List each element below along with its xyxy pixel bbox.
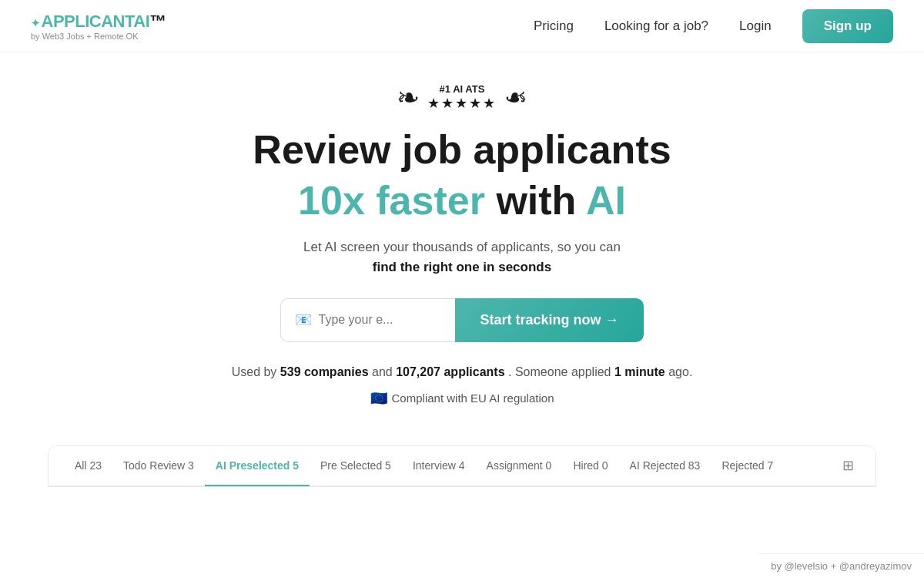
laurel-right-icon: ❧ xyxy=(504,84,527,112)
nav-pricing[interactable]: Pricing xyxy=(534,18,574,34)
badge-content: #1 AI ATS ★★★★★ xyxy=(427,83,497,112)
tab-item-8[interactable]: Rejected 7 xyxy=(711,446,784,486)
hero-sub: Let AI screen your thousands of applican… xyxy=(15,240,909,255)
hero-ai: AI xyxy=(586,178,626,223)
nav-login[interactable]: Login xyxy=(739,18,772,34)
cta-area: 📧 Start tracking now → xyxy=(15,298,909,342)
stats-companies: 539 companies xyxy=(280,365,369,378)
tab-item-0[interactable]: All 23 xyxy=(64,446,112,486)
stats-text: Used by 539 companies and 107,207 applic… xyxy=(15,365,909,379)
badge-rank: #1 AI ATS xyxy=(427,83,497,95)
logo: ✦APPLICANTAI™ by Web3 Jobs + Remote OK xyxy=(31,12,166,41)
credit-text: by @levelsio + @andreyazimov xyxy=(771,560,912,572)
badge-area: ❧ #1 AI ATS ★★★★★ ❧ xyxy=(15,83,909,112)
tab-bar: All 23Todo Review 3AI Preselected 5Pre S… xyxy=(49,446,875,486)
tab-item-1[interactable]: Todo Review 3 xyxy=(112,446,205,486)
logo-text: ✦APPLICANTAI™ xyxy=(31,12,166,32)
hero-with: with xyxy=(496,178,586,223)
signup-button[interactable]: Sign up xyxy=(802,9,893,43)
eu-text: Compliant with EU AI regulation xyxy=(392,391,554,405)
tab-item-6[interactable]: Hired 0 xyxy=(562,446,618,486)
stats-time: 1 minute xyxy=(614,365,665,378)
footer-credit: by @levelsio + @andreyazimov xyxy=(758,553,924,578)
grid-view-icon[interactable]: ⊞ xyxy=(836,457,860,474)
email-input[interactable] xyxy=(318,313,441,327)
tab-item-3[interactable]: Pre Selected 5 xyxy=(310,446,402,486)
email-input-wrap: 📧 xyxy=(280,298,455,342)
logo-subtitle: by Web3 Jobs + Remote OK xyxy=(31,32,166,41)
logo-star-icon: ✦ xyxy=(31,17,40,29)
hero-title-line1: Review job applicants xyxy=(15,127,909,173)
table-section: All 23Todo Review 3AI Preselected 5Pre S… xyxy=(48,445,876,487)
tab-item-7[interactable]: AI Rejected 83 xyxy=(619,446,711,486)
eu-flag-icon: 🇪🇺 xyxy=(370,390,387,407)
hero-section: ❧ #1 AI ATS ★★★★★ ❧ Review job applicant… xyxy=(0,52,924,422)
eu-badge: 🇪🇺 Compliant with EU AI regulation xyxy=(15,390,909,407)
stats-applicants: 107,207 applicants xyxy=(396,365,504,378)
email-icon: 📧 xyxy=(295,311,312,328)
cta-label: Start tracking now → xyxy=(480,312,618,328)
badge-stars: ★★★★★ xyxy=(427,95,497,112)
nav-jobs[interactable]: Looking for a job? xyxy=(604,18,708,34)
hero-10x: 10x faster xyxy=(298,178,485,223)
nav-links: Pricing Looking for a job? Login Sign up xyxy=(534,9,893,43)
hero-title-line2: 10x faster with AI xyxy=(15,178,909,224)
tab-item-2[interactable]: AI Preselected 5 xyxy=(205,446,310,486)
tab-item-5[interactable]: Assignment 0 xyxy=(476,446,563,486)
cta-button[interactable]: Start tracking now → xyxy=(455,298,643,342)
laurel-left-icon: ❧ xyxy=(397,84,420,112)
stats-suffix: ago. xyxy=(668,365,692,378)
stats-someone: . Someone applied xyxy=(508,365,611,378)
stats-prefix: Used by xyxy=(232,365,277,378)
tab-item-4[interactable]: Interview 4 xyxy=(402,446,476,486)
hero-sub-bold: find the right one in seconds xyxy=(15,260,909,275)
logo-accent: AI xyxy=(133,12,149,31)
navbar: ✦APPLICANTAI™ by Web3 Jobs + Remote OK P… xyxy=(0,0,924,52)
stats-and: and xyxy=(372,365,393,378)
logo-main: APPLICANT xyxy=(42,12,134,31)
